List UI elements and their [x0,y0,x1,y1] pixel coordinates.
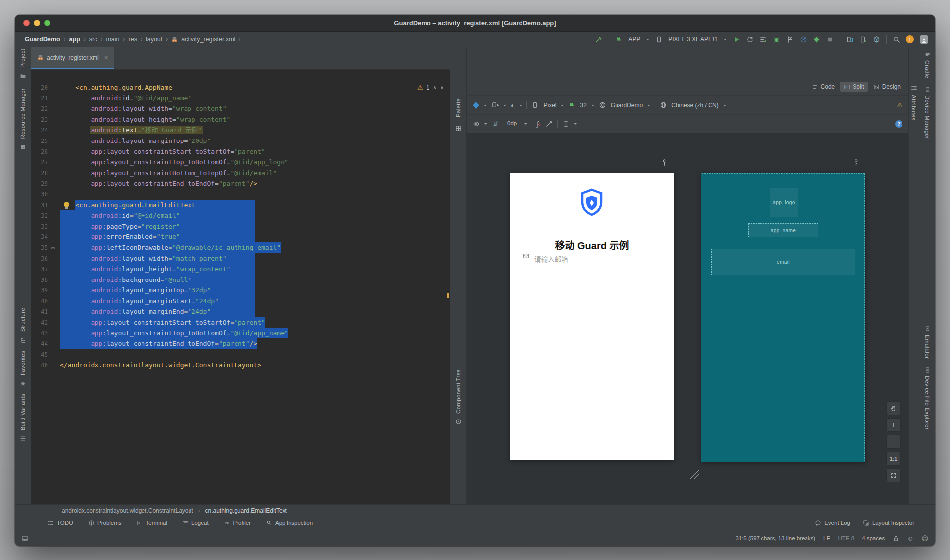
code-line[interactable]: 45 [31,349,450,360]
device-manager-icon[interactable] [924,86,931,93]
theme-selector[interactable]: GuardDemo [611,102,643,109]
breadcrumb-app[interactable]: app [69,36,80,43]
email-edit-text[interactable]: 请输入邮箱 [523,253,662,259]
maximize-window-button[interactable] [44,20,50,26]
blueprint-email[interactable]: email [711,249,855,275]
gutter-line-number[interactable]: 23 [31,114,60,125]
scrollbar-warning-marker[interactable] [447,293,449,298]
caret-position[interactable]: 31:5 (597 chars, 13 line breaks) [735,535,815,541]
locale-selector[interactable]: Chinese (zh / CN) [671,102,718,109]
code-line[interactable]: 26app:layout_constraintStart_toStartOf="… [31,146,450,157]
gutter-line-number[interactable]: 25 [31,136,60,146]
palette-tab[interactable]: Palette [455,98,461,117]
toolwindow-app-inspection[interactable]: App Inspection [266,520,313,526]
gutter-line-number[interactable]: 42 [31,317,60,328]
toolwindow-todo[interactable]: TODO [48,520,73,526]
render-settings-wrench-icon[interactable] [661,159,668,166]
breadcrumb-layout[interactable]: layout [146,36,162,43]
sidebar-item-project[interactable]: Project [20,49,26,68]
gutter-line-number[interactable]: 29 [31,178,60,189]
code-line[interactable]: 37android:layout_height="wrap_content" [31,264,450,275]
breadcrumb-constraintlayout[interactable]: androidx.constraintlayout.widget.Constra… [62,507,193,514]
profile-avatar[interactable] [920,35,928,44]
sidebar-item-device-manager[interactable]: Device Manager [924,95,930,139]
sidebar-item-structure[interactable]: Structure [20,308,26,332]
breadcrumb-main[interactable]: main [106,36,119,43]
attributes-tab[interactable]: Attributes [911,95,917,121]
gutter-line-number[interactable]: 43 [31,328,60,339]
code-line[interactable]: 43app:layout_constraintTop_toBottomOf="@… [31,328,450,339]
sidebar-item-build-variants[interactable]: Build Variants [20,394,26,430]
component-tree-icon[interactable] [455,419,462,425]
breadcrumb-src[interactable]: src [89,36,97,43]
sidebar-item-resource-manager[interactable]: Resource Manager [20,88,26,139]
toolwindow-logcat[interactable]: Logcat [182,520,209,526]
attributes-icon[interactable] [911,85,917,91]
mode-code[interactable]: Code [808,82,839,92]
code-line[interactable]: 42app:layout_constraintStart_toStartOf="… [31,317,450,328]
stop-icon[interactable] [826,36,834,43]
restart-icon[interactable] [746,36,754,43]
previous-warning-icon[interactable]: ∧ [433,85,436,90]
gutter-line-number[interactable]: 20 [31,82,60,93]
mode-design[interactable]: Design [869,82,904,92]
sdk-cube-icon[interactable] [873,36,880,43]
code-line[interactable]: 21android:id="@+id/app_name" [31,93,450,104]
blueprint-canvas[interactable]: app_logo app_name email [701,173,865,462]
build-variants-icon[interactable] [20,435,26,442]
tab-activity-register-xml[interactable]: activity_register.xml × [31,47,114,69]
help-icon[interactable]: ? [895,120,902,128]
next-warning-icon[interactable]: ∨ [440,85,444,90]
gutter-line-number[interactable]: 32 [31,210,60,221]
code-line[interactable]: 22android:layout_width="wrap_content" [31,103,450,114]
default-margin-selector[interactable]: 0dp [504,120,520,127]
device-file-explorer-icon[interactable] [924,367,931,373]
code-editor[interactable]: 20<cn.authing.guard.AppName21android:id=… [31,70,450,504]
gutter-line-number[interactable]: 37 [31,264,60,275]
toolwindow-event-log[interactable]: Event Log [815,520,850,526]
surface-type-icon[interactable] [473,101,479,108]
star-icon[interactable] [20,380,26,387]
build-hammer-icon[interactable] [595,36,603,43]
search-icon[interactable] [893,36,900,43]
code-line[interactable]: 31<cn.authing.guard.EmailEditText [31,200,450,211]
code-line[interactable]: 46</androidx.constraintlayout.widget.Con… [31,360,450,371]
zoom-in-button[interactable]: + [886,418,901,432]
run-configuration-select[interactable]: APP [628,36,640,43]
sidebar-item-device-file-explorer[interactable]: Device File Explorer [924,376,930,430]
autoconnect-off-magnet-icon[interactable] [492,120,499,128]
device-selector[interactable]: Pixel [543,102,556,109]
folder-icon[interactable] [20,73,26,79]
blueprint-app-logo[interactable]: app_logo [770,188,798,217]
gutter-line-number[interactable]: 35✉ [31,242,60,253]
chevron-down-icon[interactable] [646,39,649,42]
chevron-down-icon[interactable] [724,39,727,42]
indent-setting[interactable]: 4 spaces [862,535,885,541]
gutter-line-number[interactable]: 21 [31,93,60,104]
code-line[interactable]: 32android:id="@+id/email" [31,210,450,221]
code-line[interactable]: 39android:layout_marginTop="32dp" [31,285,450,296]
pack-align-icon[interactable] [562,120,570,128]
code-line[interactable]: 41android:layout_marginEnd="24dp" [31,306,450,317]
device-select[interactable]: PIXEL 3 XL API 31 [668,36,718,43]
gutter-line-number[interactable]: 31 [31,200,60,211]
gutter-line-number[interactable]: 45 [31,349,60,360]
gutter-line-number[interactable]: 33 [31,221,60,232]
api-level-selector[interactable]: 32 [580,102,586,109]
gradle-icon[interactable] [924,51,931,57]
code-line[interactable]: 44app:layout_constraintEnd_toEndOf="pare… [31,338,450,349]
mode-split[interactable]: Split [840,82,868,92]
code-line[interactable]: 23android:layout_height="wrap_content" [31,114,450,125]
gutter-line-number[interactable]: 40 [31,296,60,307]
apply-changes-icon[interactable] [813,36,820,43]
pair-device-icon[interactable] [859,36,867,43]
design-surface[interactable]: 移动 Guard 示例 请输入邮箱 app_logo app_name emai… [467,133,908,504]
sidebar-item-gradle[interactable]: Gradle [924,60,930,78]
breadcrumb-project[interactable]: GuardDemo [25,36,60,43]
pan-hand-button[interactable] [886,401,901,415]
code-line[interactable]: 34app:errorEnabled="true" [31,232,450,242]
run-icon[interactable] [733,36,740,43]
toolwindow-terminal[interactable]: Terminal [137,520,167,526]
component-tree-tab[interactable]: Component Tree [455,369,461,414]
gutter-line-number[interactable]: 44 [31,338,60,349]
